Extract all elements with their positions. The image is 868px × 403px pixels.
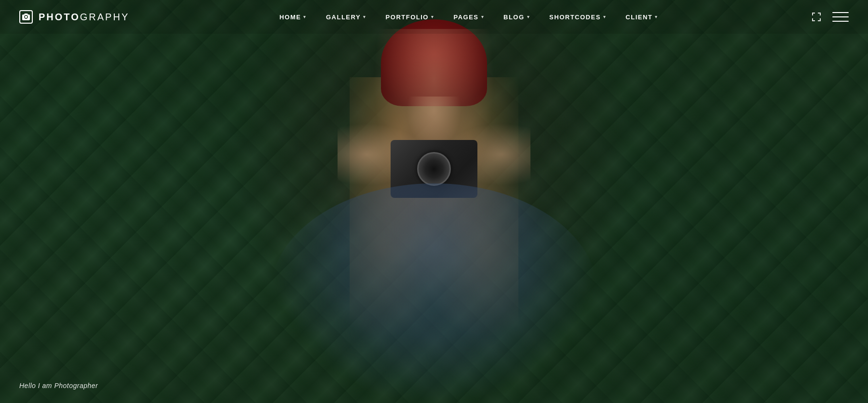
chevron-down-icon: ▾ — [431, 14, 434, 19]
nav-blog[interactable]: BLOG ▾ — [496, 10, 538, 25]
nav-shortcodes[interactable]: SHORTCODES ▾ — [542, 10, 614, 25]
hero-caption: Hello I am Photographer — [19, 382, 98, 389]
nav-home[interactable]: HOME ▾ — [271, 10, 314, 25]
nav-client[interactable]: CLIENT ▾ — [618, 10, 665, 25]
logo-text: PHOTOGRAPHY — [39, 12, 129, 23]
camera-icon — [19, 10, 33, 24]
hamburger-button[interactable] — [832, 11, 849, 23]
hamburger-line-2 — [832, 16, 849, 17]
chevron-down-icon: ▾ — [363, 14, 366, 19]
nav-portfolio[interactable]: PORTFOLIO ▾ — [378, 10, 442, 25]
person-silhouette — [217, 0, 651, 403]
chevron-down-icon: ▾ — [655, 14, 658, 19]
logo-bold: PHOTO — [39, 12, 80, 22]
navbar: PHOTOGRAPHY HOME ▾ GALLERY ▾ PORTFOLIO ▾… — [0, 0, 868, 34]
chevron-down-icon: ▾ — [481, 14, 485, 19]
logo[interactable]: PHOTOGRAPHY — [19, 10, 129, 24]
nav-menu: HOME ▾ GALLERY ▾ PORTFOLIO ▾ PAGES ▾ BLO… — [271, 10, 665, 25]
nav-gallery[interactable]: GALLERY ▾ — [318, 10, 374, 25]
nav-pages[interactable]: PAGES ▾ — [446, 10, 492, 25]
nav-actions — [808, 11, 849, 23]
chevron-down-icon: ▾ — [527, 14, 530, 19]
expand-button[interactable] — [808, 11, 825, 23]
hero-section: PHOTOGRAPHY HOME ▾ GALLERY ▾ PORTFOLIO ▾… — [0, 0, 868, 403]
chevron-down-icon: ▾ — [603, 14, 607, 19]
jacket — [270, 183, 598, 403]
camera-lens — [417, 152, 451, 186]
chevron-down-icon: ▾ — [303, 14, 307, 19]
hamburger-line-1 — [832, 12, 849, 13]
hamburger-line-3 — [832, 21, 849, 22]
